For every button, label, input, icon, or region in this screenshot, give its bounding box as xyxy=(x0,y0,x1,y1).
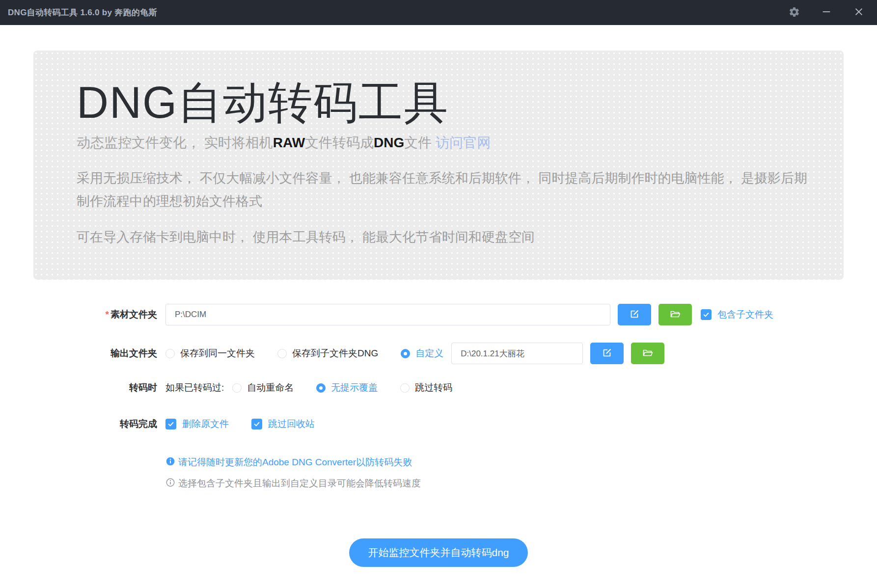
output-folder-row: 输出文件夹 保存到同一文件夹 保存到子文件夹DNG 自定义 xyxy=(0,343,877,364)
hero-paragraph-1: 采用无损压缩技术， 不仅大幅减小文件容量， 也能兼容任意系统和后期软件， 同时提… xyxy=(77,167,809,213)
source-edit-button[interactable] xyxy=(618,304,651,325)
folder-open-icon xyxy=(669,308,681,321)
required-asterisk: * xyxy=(106,309,109,320)
delete-original-checkbox[interactable]: 删除原文件 xyxy=(165,418,229,430)
radio-icon xyxy=(232,383,242,393)
radio-custom-folder[interactable]: 自定义 xyxy=(401,347,443,360)
hero-subtitle: 动态监控文件变化， 实时将相机RAW文件转码成DNG文件 访问官网 xyxy=(77,134,809,152)
close-button[interactable] xyxy=(852,6,865,19)
checkbox-check-icon xyxy=(165,419,176,429)
radio-icon xyxy=(400,383,410,393)
custom-output-input[interactable] xyxy=(451,343,583,364)
radio-auto-rename[interactable]: 自动重命名 xyxy=(232,381,294,394)
action-area: 开始监控文件夹并自动转码dng xyxy=(0,538,877,567)
output-edit-button[interactable] xyxy=(590,343,624,364)
minimize-icon xyxy=(821,6,832,19)
settings-form: *素材文件夹 包含子文件夹 输出文件夹 xyxy=(0,304,877,430)
page-title: DNG自动转码工具 xyxy=(77,78,809,129)
window-title: DNG自动转码工具 1.6.0 by 奔跑的龟斯 xyxy=(8,7,157,18)
start-monitoring-button[interactable]: 开始监控文件夹并自动转码dng xyxy=(349,538,527,567)
subtitle-text: 动态监控文件变化， 实时将相机 xyxy=(77,135,273,150)
tip-speed-warning: 选择包含子文件夹且输出到自定义目录可能会降低转码速度 xyxy=(165,477,877,490)
titlebar: DNG自动转码工具 1.6.0 by 奔跑的龟斯 xyxy=(0,0,877,25)
radio-selected-icon xyxy=(316,383,326,393)
transcode-conflict-row: 转码时 如果已转码过: 自动重命名 无提示覆盖 跳过转码 xyxy=(0,381,877,394)
skip-recycle-label: 跳过回收站 xyxy=(268,418,315,430)
output-browse-button[interactable] xyxy=(631,343,664,364)
delete-original-label: 删除原文件 xyxy=(182,418,229,430)
close-icon xyxy=(853,6,864,19)
hero-panel: DNG自动转码工具 动态监控文件变化， 实时将相机RAW文件转码成DNG文件 访… xyxy=(33,51,844,280)
radio-skip-transcode[interactable]: 跳过转码 xyxy=(400,381,452,394)
transcode-complete-row: 转码完成 删除原文件 跳过回收站 xyxy=(0,418,877,430)
output-folder-label: 输出文件夹 xyxy=(0,347,157,360)
transcode-row-label: 转码时 xyxy=(0,381,157,394)
hero-paragraph-2: 可在导入存储卡到电脑中时， 使用本工具转码， 能最大化节省时间和硬盘空间 xyxy=(77,226,809,249)
complete-row-label: 转码完成 xyxy=(0,418,157,430)
checkbox-check-icon xyxy=(251,419,262,429)
gear-icon xyxy=(789,6,800,19)
source-folder-input[interactable] xyxy=(165,304,610,325)
tip-update-converter: 请记得随时更新您的Adobe DNG Converter以防转码失败 xyxy=(165,456,877,469)
radio-icon xyxy=(165,349,175,358)
folder-open-icon xyxy=(642,347,654,360)
subtitle-dng: DNG xyxy=(374,135,404,150)
edit-icon xyxy=(602,347,612,360)
info-filled-icon xyxy=(165,456,178,469)
include-subfolders-checkbox[interactable]: 包含子文件夹 xyxy=(701,308,773,321)
minimize-button[interactable] xyxy=(820,6,833,19)
tips-section: 请记得随时更新您的Adobe DNG Converter以防转码失败 选择包含子… xyxy=(165,456,877,490)
source-folder-row: *素材文件夹 包含子文件夹 xyxy=(0,304,877,325)
settings-button[interactable] xyxy=(788,6,800,19)
info-outline-icon xyxy=(165,478,178,490)
official-site-link[interactable]: 访问官网 xyxy=(436,135,491,150)
radio-selected-icon xyxy=(401,349,410,358)
radio-save-same-folder[interactable]: 保存到同一文件夹 xyxy=(165,347,255,360)
subtitle-mid: 文件转码成 xyxy=(305,135,374,150)
source-folder-label: *素材文件夹 xyxy=(0,308,157,321)
include-subfolders-label: 包含子文件夹 xyxy=(717,308,773,321)
subtitle-raw: RAW xyxy=(273,135,305,150)
subtitle-post: 文件 xyxy=(404,135,436,150)
checkbox-check-icon xyxy=(701,309,712,320)
radio-overwrite-silent[interactable]: 无提示覆盖 xyxy=(316,381,378,394)
already-transcoded-prefix: 如果已转码过: xyxy=(165,381,224,394)
radio-icon xyxy=(277,349,287,358)
edit-icon xyxy=(629,309,640,321)
skip-recycle-checkbox[interactable]: 跳过回收站 xyxy=(251,418,315,430)
radio-save-subfolder-dng[interactable]: 保存到子文件夹DNG xyxy=(277,347,378,360)
titlebar-actions xyxy=(788,6,865,19)
source-browse-button[interactable] xyxy=(658,304,692,325)
